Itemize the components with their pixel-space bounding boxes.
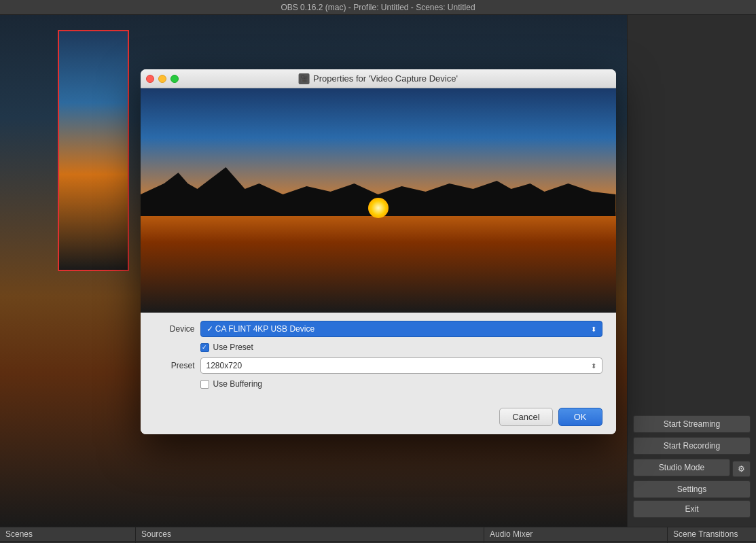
modal-icon: 🎥 xyxy=(298,73,309,84)
preset-dropdown-arrow: ⬍ xyxy=(591,362,596,370)
modal-preview xyxy=(141,88,616,313)
use-preset-label: Use Preset xyxy=(213,343,253,352)
modal-water xyxy=(141,212,616,313)
use-buffering-label: Use Buffering xyxy=(213,379,263,389)
title-bar: OBS 0.16.2 (mac) - Profile: Untitled - S… xyxy=(0,0,756,15)
maximize-button[interactable] xyxy=(170,75,179,83)
device-value: ✓ CA FLINT 4KP USB Device xyxy=(206,324,315,334)
modal-title: 🎥 Properties for 'Video Capture Device' xyxy=(298,73,458,84)
transitions-header: Scene Transitions xyxy=(668,527,756,542)
window-title: OBS 0.16.2 (mac) - Profile: Untitled - S… xyxy=(281,3,475,12)
modal-overlay: 🎥 Properties for 'Video Capture Device' … xyxy=(0,15,756,527)
minimize-button[interactable] xyxy=(158,75,166,83)
modal-titlebar: 🎥 Properties for 'Video Capture Device' xyxy=(141,69,616,88)
modal-footer: Cancel OK xyxy=(141,402,616,434)
device-row: Device ✓ CA FLINT 4KP USB Device ⬍ xyxy=(154,321,602,337)
cancel-button[interactable]: Cancel xyxy=(499,408,552,426)
device-dropdown-arrow: ⬍ xyxy=(591,326,596,333)
preset-dropdown[interactable]: 1280x720 ⬍ xyxy=(200,357,602,374)
use-preset-row: Use Preset xyxy=(200,343,602,352)
scenes-panel: Scenes Scene + − ▲ ▼ xyxy=(0,527,136,543)
use-buffering-checkbox[interactable] xyxy=(200,380,209,389)
mixer-panel: Audio Mixer ▲ ▼ xyxy=(484,527,668,543)
preset-label: Preset xyxy=(154,361,195,370)
properties-dialog: 🎥 Properties for 'Video Capture Device' … xyxy=(141,69,616,434)
device-dropdown[interactable]: ✓ CA FLINT 4KP USB Device ⬍ xyxy=(200,321,602,337)
bottom-area: Scenes Scene + − ▲ ▼ Sources + − ⚙ ▲ ▼ A… xyxy=(0,527,756,543)
scenes-header: Scenes xyxy=(0,527,135,542)
sources-header: Sources xyxy=(136,527,484,542)
device-label: Device xyxy=(154,324,195,334)
use-preset-checkbox[interactable] xyxy=(200,343,209,352)
preset-value: 1280x720 xyxy=(206,361,242,370)
mixer-header: Audio Mixer xyxy=(484,527,667,542)
sources-panel: Sources + − ⚙ ▲ ▼ xyxy=(136,527,484,543)
modal-controls: Device ✓ CA FLINT 4KP USB Device ⬍ Use P… xyxy=(141,313,616,402)
ok-button[interactable]: OK xyxy=(558,408,602,426)
transitions-panel: Scene Transitions ▲ ▼ xyxy=(668,527,756,543)
close-button[interactable] xyxy=(146,75,154,83)
modal-sun xyxy=(368,198,389,218)
use-buffering-row: Use Buffering xyxy=(200,379,602,389)
preset-row: Preset 1280x720 ⬍ xyxy=(154,357,602,374)
